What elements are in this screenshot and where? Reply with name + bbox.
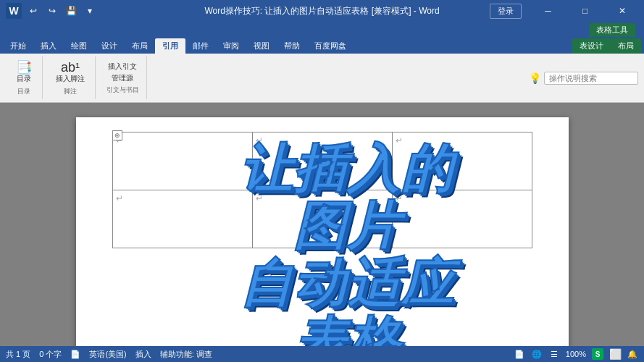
tab-view[interactable]: 视图 [246,38,277,54]
manage-sources-btn[interactable]: 管理源 [108,72,137,84]
title-bar: W ↩ ↪ 💾 ▾ Word操作技巧: 让插入的图片自动适应表格 [兼容模式] … [0,0,644,22]
status-right: 📄 🌐 ☰ 100% S ⬜ 🔔 [514,348,638,360]
citations-group-label: 引文与书目 [106,85,139,95]
table-cell: ↵ [252,132,392,190]
footnote-icon: ab¹ [61,61,80,74]
footnotes-row: ab¹ 插入脚注 [51,59,89,85]
tab-mailings[interactable]: 邮件 [185,38,216,54]
task-view-icon[interactable]: ⬜ [609,348,621,360]
tab-design[interactable]: 设计 [94,38,125,54]
cell-return-icon: ↵ [116,193,123,203]
login-button[interactable]: 登录 [490,4,522,19]
table-row: ↵ ↵ ↵ [112,190,532,248]
tab-review[interactable]: 审阅 [216,38,246,54]
title-bar-right: 登录 ─ □ ✕ [490,0,638,22]
tab-table-layout[interactable]: 布局 [611,38,641,54]
view-outline-icon[interactable]: ☰ [548,348,560,360]
document-page: ⊕ ↵ ↵ ↵ ↵ ↵ ↵ 让插入的图片自动适应表格 ↵ [76,117,569,346]
status-bar: 共 1 页 0 个字 📄 英语(美国) 插入 辅助功能: 调查 📄 🌐 ☰ 10… [0,346,644,362]
ribbon-tabs: 开始 插入 绘图 设计 布局 引用 邮件 审阅 视图 帮助 百度网盘 表设计 布… [0,38,644,54]
undo-button[interactable]: ↩ [26,4,41,18]
redo-button[interactable]: ↪ [45,4,59,18]
search-area: 💡 [529,72,638,85]
table-cell: ↵ [392,132,532,190]
tab-insert[interactable]: 插入 [33,38,64,54]
table-row: ↵ ↵ ↵ [112,132,532,190]
search-input[interactable] [544,72,638,85]
insert-mode[interactable]: 插入 [135,349,151,360]
cell-return-icon: ↵ [396,193,403,203]
accessibility-status[interactable]: 辅助功能: 调查 [160,349,212,360]
footnote-button[interactable]: ab¹ 插入脚注 [51,59,89,85]
table-tools-label: 表格工具 [589,23,635,37]
view-normal-icon[interactable]: 📄 [514,348,525,360]
title-bar-left: W ↩ ↪ 💾 ▾ [6,3,97,19]
table-cell: ↵ [392,190,532,248]
insert-citation-btn[interactable]: 插入引文 [104,61,141,72]
table-move-handle[interactable]: ⊕ [112,130,122,140]
contextual-tab-bar: 表格工具 [0,22,644,38]
table-cell: ↵ [252,190,392,248]
tab-table-design[interactable]: 表设计 [572,38,611,54]
close-button[interactable]: ✕ [606,0,638,22]
tab-layout[interactable]: 布局 [125,38,155,54]
notifications-icon[interactable]: 🔔 [627,348,638,360]
document-table: ↵ ↵ ↵ ↵ ↵ ↵ [112,132,532,248]
tab-help[interactable]: 帮助 [277,38,307,54]
save-button[interactable]: 💾 [64,4,78,18]
toc-button[interactable]: 📑 目录 [12,59,36,85]
customize-qat-button[interactable]: ▾ [83,4,97,18]
toc-label: 目录 [17,74,31,84]
doc-status-icon: 📄 [70,350,80,359]
word-icon: W [6,3,22,19]
ribbon-group-footnotes: ab¹ 插入脚注 脚注 [46,56,96,99]
tab-baidu[interactable]: 百度网盘 [307,38,354,54]
cell-return-icon: ↵ [256,135,263,146]
toc-icon: 📑 [16,61,32,74]
tab-draw[interactable]: 绘图 [64,38,94,54]
s-brand-icon: S [592,348,603,360]
page-count: 共 1 页 [6,349,30,360]
window-title: Word操作技巧: 让插入的图片自动适应表格 [兼容模式] - Word [204,5,439,17]
ribbon-group-toc: 📑 目录 目录 [6,56,43,99]
language-status: 英语(美国) [89,349,126,360]
ribbon-group-citations: 插入引文 管理源 引文与书目 [99,56,147,99]
maximize-button[interactable]: □ [569,0,601,22]
view-web-icon[interactable]: 🌐 [531,348,543,360]
cell-return-icon: ↵ [396,135,403,146]
document-area: ⊕ ↵ ↵ ↵ ↵ ↵ ↵ 让插入的图片自动适应表格 ↵ [0,103,644,346]
ribbon-content: 📑 目录 目录 ab¹ 插入脚注 脚注 插入引文 管理源 引文与书目 💡 [0,54,644,103]
tab-references[interactable]: 引用 [155,38,185,54]
zoom-level: 100% [566,350,586,358]
toc-group-label: 目录 [17,87,30,96]
table-cell: ↵ [112,132,252,190]
cell-return-icon: ↵ [256,193,263,203]
tab-home[interactable]: 开始 [3,38,33,54]
footnote-label: 插入脚注 [56,74,85,84]
minimize-button[interactable]: ─ [532,0,564,22]
lightbulb-icon: 💡 [529,72,541,84]
table-cell: ↵ [112,190,252,248]
footnotes-group-label: 脚注 [64,87,77,96]
word-count: 0 个字 [39,349,62,360]
